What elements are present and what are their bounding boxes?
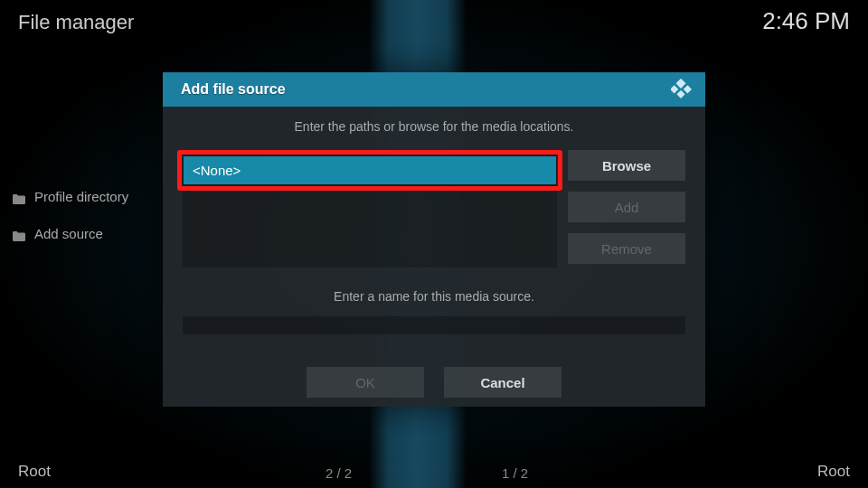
- file-item-label: Profile directory: [34, 189, 128, 204]
- left-pane-root-label: Root: [18, 463, 51, 481]
- page-title: File manager: [18, 11, 134, 34]
- left-pane-counter: 2 / 2: [326, 465, 352, 481]
- cancel-button[interactable]: Cancel: [444, 367, 561, 398]
- source-name-input[interactable]: [183, 316, 685, 334]
- ok-button[interactable]: OK: [307, 367, 424, 398]
- folder-icon: [13, 229, 25, 239]
- path-entry-selected[interactable]: <None>: [184, 156, 556, 184]
- paths-list[interactable]: <None>: [183, 150, 557, 267]
- add-file-source-dialog: Add file source Enter the paths or brows…: [163, 72, 705, 407]
- add-button[interactable]: Add: [568, 192, 685, 222]
- clock: 2:46 PM: [762, 7, 850, 35]
- file-item-label: Add source: [34, 226, 103, 241]
- file-item-profile-directory[interactable]: Profile directory: [13, 185, 128, 208]
- dialog-title: Add file source: [181, 81, 286, 98]
- remove-button[interactable]: Remove: [568, 233, 685, 264]
- kodi-logo-icon: [671, 79, 693, 100]
- browse-button[interactable]: Browse: [568, 150, 685, 181]
- right-pane-counter: 1 / 2: [502, 465, 528, 481]
- dialog-header: Add file source: [163, 72, 705, 107]
- folder-icon: [13, 192, 25, 202]
- file-item-add-source[interactable]: Add source: [13, 222, 128, 245]
- name-instruction: Enter a name for this media source.: [183, 289, 685, 304]
- right-pane-root-label: Root: [817, 463, 850, 481]
- highlight-box: <None>: [177, 150, 562, 191]
- paths-instruction: Enter the paths or browse for the media …: [183, 119, 685, 134]
- left-file-list: Profile directory Add source: [13, 185, 128, 259]
